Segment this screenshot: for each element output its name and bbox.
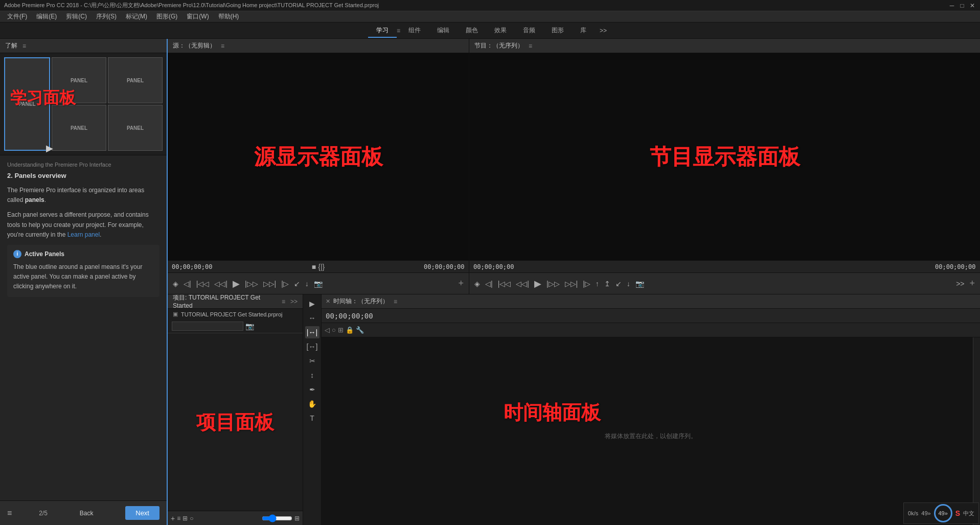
active-panels-header: i Active Panels bbox=[13, 250, 153, 258]
program-timecode-left[interactable]: 00;00;00;00 bbox=[473, 263, 514, 270]
workspace-tab-audio[interactable]: 音频 bbox=[515, 23, 543, 38]
tool-slip[interactable]: ↕ bbox=[305, 369, 320, 381]
source-add-button[interactable]: + bbox=[457, 277, 465, 290]
tool-ripple-edit[interactable]: |↔| bbox=[305, 326, 320, 338]
menu-sequence[interactable]: 序列(S) bbox=[92, 11, 121, 22]
tool-razor[interactable]: ✂ bbox=[305, 355, 320, 367]
timeline-hint: 将媒体放置在此处，以创建序列。 bbox=[605, 432, 697, 441]
project-search-input[interactable] bbox=[172, 322, 243, 331]
timeline-close-icon[interactable]: ✕ bbox=[326, 298, 330, 305]
program-insert[interactable]: ↙ bbox=[614, 279, 623, 289]
menu-marker[interactable]: 标记(M) bbox=[122, 11, 151, 22]
zoom-slider[interactable] bbox=[262, 514, 292, 522]
tl-tool-1[interactable]: ◁ bbox=[325, 326, 330, 334]
menu-window[interactable]: 窗口(W) bbox=[183, 11, 213, 22]
program-prev-frame[interactable]: ◁| bbox=[484, 279, 494, 289]
tl-tool-3[interactable]: ⊞ bbox=[338, 326, 344, 334]
program-go-out[interactable]: |▷▷ bbox=[545, 279, 561, 289]
tools-column: ▶ ↔ |↔| [↔] ✂ ↕ ✒ ✋ T bbox=[303, 294, 322, 525]
program-play[interactable]: ▶ bbox=[533, 277, 542, 290]
menu-graphics[interactable]: 图形(G) bbox=[152, 11, 181, 22]
title-bar-text: Adobe Premiere Pro CC 2018 - C:\用户\公用\公用… bbox=[4, 2, 379, 9]
source-go-in[interactable]: ◁◁| bbox=[213, 279, 229, 289]
panel-cell-label-1: PANEL bbox=[18, 101, 35, 107]
source-step-fwd[interactable]: ▷▷| bbox=[262, 279, 278, 289]
source-overwrite[interactable]: ↓ bbox=[304, 279, 310, 289]
source-timecode-left[interactable]: 00;00;00;00 bbox=[172, 263, 213, 270]
source-go-out[interactable]: |▷▷ bbox=[244, 279, 259, 289]
program-next-frame[interactable]: |▷ bbox=[582, 279, 591, 289]
program-timecode-right: 00;00;00;00 bbox=[935, 263, 976, 270]
tl-tool-4[interactable]: 🔒 bbox=[346, 326, 354, 334]
tl-tool-2[interactable]: ○ bbox=[332, 326, 336, 334]
back-button[interactable]: Back bbox=[75, 508, 99, 519]
program-more[interactable]: >> bbox=[955, 279, 965, 289]
program-overwrite[interactable]: ↓ bbox=[626, 279, 631, 289]
workspace-tab-graphics[interactable]: 图形 bbox=[543, 23, 572, 38]
next-button[interactable]: Next bbox=[125, 506, 159, 520]
workspace-tab-color[interactable]: 颜色 bbox=[458, 23, 486, 38]
panel-cell-label-3: PANEL bbox=[127, 78, 144, 83]
menu-edit[interactable]: 编辑(E) bbox=[32, 11, 61, 22]
workspace-tab-assembly[interactable]: 组件 bbox=[400, 23, 429, 38]
panel-cell-top-right: PANEL bbox=[108, 57, 163, 103]
program-step-fwd[interactable]: ▷▷| bbox=[564, 279, 579, 289]
menu-clip[interactable]: 剪辑(C) bbox=[62, 11, 91, 22]
tool-hand[interactable]: ✋ bbox=[305, 398, 320, 410]
source-cn-overlay: 源显示器面板 bbox=[254, 143, 383, 171]
window-controls[interactable]: ─ □ ✕ bbox=[948, 2, 976, 9]
timeline-menu-icon: ≡ bbox=[394, 298, 397, 305]
learn-panel-link[interactable]: Learn panel bbox=[67, 231, 100, 238]
tl-tool-wrench[interactable]: 🔧 bbox=[356, 326, 364, 334]
source-next-frame[interactable]: |▷ bbox=[280, 279, 290, 289]
corner-meter: 0k/s 49» 49» S 中文 bbox=[903, 503, 979, 524]
program-step-back[interactable]: |◁◁ bbox=[497, 279, 512, 289]
project-camera-icon[interactable]: 📷 bbox=[245, 322, 254, 330]
panel-cell-bot-mid: PANEL bbox=[52, 105, 106, 151]
program-go-in[interactable]: ◁◁| bbox=[515, 279, 530, 289]
new-bin-icon[interactable]: + bbox=[171, 514, 175, 522]
list-view-icon[interactable]: ≡ bbox=[177, 515, 180, 522]
source-mark-in[interactable]: ◈ bbox=[172, 279, 179, 289]
workspace-tab-library[interactable]: 库 bbox=[572, 23, 595, 38]
project-panel-more[interactable]: >> bbox=[290, 298, 298, 305]
menu-file[interactable]: 文件(F) bbox=[3, 11, 31, 22]
zoom-icon[interactable]: ⊞ bbox=[294, 515, 300, 522]
project-panel-header: 项目: TUTORIAL PROJECT Get Started ≡ >> bbox=[168, 294, 303, 309]
source-step-back[interactable]: |◁◁ bbox=[195, 279, 211, 289]
program-timecode-bar: 00;00;00;00 00;00;00;00 bbox=[469, 260, 980, 272]
icon-view-icon[interactable]: ⊞ bbox=[183, 515, 188, 522]
program-lift[interactable]: ↑ bbox=[595, 279, 600, 289]
tool-type[interactable]: T bbox=[305, 412, 320, 424]
source-stop-icon[interactable]: ■ bbox=[312, 263, 316, 271]
freeform-icon[interactable]: ○ bbox=[190, 515, 193, 522]
minimize-button[interactable]: ─ bbox=[948, 2, 955, 9]
source-play[interactable]: ▶ bbox=[232, 277, 241, 290]
program-mark-in[interactable]: ◈ bbox=[473, 279, 481, 289]
workspace-more-button[interactable]: >> bbox=[595, 24, 612, 37]
panel-grid: PANEL ▶ PANEL PANEL PANEL PANEL bbox=[4, 57, 163, 151]
source-insert[interactable]: ↙ bbox=[293, 279, 301, 289]
tool-track-select[interactable]: ↔ bbox=[305, 312, 320, 324]
source-extract-icon[interactable]: {|} bbox=[318, 263, 325, 271]
timeline-timecode[interactable]: 00;00;00;00 bbox=[326, 312, 373, 320]
tool-pen[interactable]: ✒ bbox=[305, 383, 320, 396]
source-transport-bar: ◈ ◁| |◁◁ ◁◁| ▶ |▷▷ ▷▷| |▷ ↙ ↓ 📷 + bbox=[168, 272, 469, 294]
project-filename: TUTORIAL PROJECT Get Started.prproj bbox=[181, 311, 282, 317]
workspace-tab-effects[interactable]: 效果 bbox=[486, 23, 515, 38]
footer-menu-icon[interactable]: ≡ bbox=[7, 509, 12, 518]
restore-button[interactable]: □ bbox=[959, 2, 966, 9]
program-export[interactable]: 📷 bbox=[634, 279, 645, 289]
program-add[interactable]: + bbox=[968, 277, 976, 290]
program-panel-menu: ≡ bbox=[529, 42, 532, 50]
source-export[interactable]: 📷 bbox=[313, 279, 324, 289]
timeline-timecode-bar: 00;00;00;00 bbox=[322, 309, 980, 323]
program-extract[interactable]: ↥ bbox=[603, 279, 611, 289]
menu-help[interactable]: 帮助(H) bbox=[214, 11, 243, 22]
tool-selection[interactable]: ▶ bbox=[305, 298, 320, 310]
workspace-tab-learn[interactable]: 学习 bbox=[368, 23, 397, 38]
close-button[interactable]: ✕ bbox=[969, 2, 976, 9]
workspace-tab-edit[interactable]: 编辑 bbox=[429, 23, 458, 38]
source-prev-frame[interactable]: ◁| bbox=[183, 279, 192, 289]
tool-rate-stretch[interactable]: [↔] bbox=[305, 340, 320, 353]
